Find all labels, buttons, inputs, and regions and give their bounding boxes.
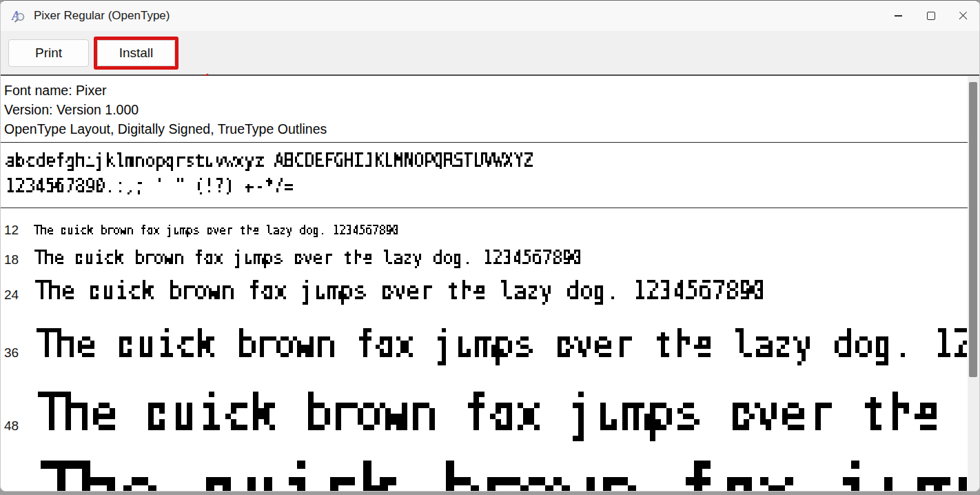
titlebar: A Pixer Regular (OpenType) [1,1,979,31]
close-icon [959,12,968,21]
scrollbar-thumb[interactable] [969,82,977,377]
pixel-preview-canvas [3,174,297,199]
symbols-line [3,174,979,199]
print-button[interactable]: Print [8,39,89,67]
size-sample-row-24: 24 [1,270,979,307]
size-label: 48 [4,418,32,434]
size-label: 36 [4,345,32,361]
pixel-sample-text [32,222,400,239]
pixel-sample-text [32,274,768,307]
pixel-sample-text [32,245,584,270]
toolbar: Print Install [1,31,979,74]
size-sample-row-12: 12 [1,208,979,239]
close-button[interactable] [947,1,979,31]
pixel-sample-text [32,320,967,370]
size-rows: 121824364860 [1,208,979,492]
font-file-icon: A [11,8,26,23]
size-sample-row-48: 48 [1,370,979,447]
font-viewer-window: A Pixer Regular (OpenType) Print Install… [0,0,980,492]
vertical-scrollbar[interactable] [968,76,979,492]
minimize-button[interactable] [882,1,915,31]
pixel-sample-text [32,381,967,447]
alphabet-preview-block [1,143,979,204]
font-details-line: OpenType Layout, Digitally Signed, TrueT… [4,119,979,139]
desktop: { "window": { "title": "Pixer Regular (O… [0,0,980,495]
size-sample-row-18: 18 [1,239,979,270]
minimize-icon [895,15,902,17]
size-label: 18 [4,252,32,267]
font-preview-pane: Font name: Pixer Version: Version 1.000 … [1,76,979,492]
pixel-preview-canvas [3,148,537,173]
install-button[interactable]: Install [97,40,175,66]
pixel-sample-text [32,444,967,492]
alphabet-line [3,148,979,174]
window-title: Pixer Regular (OpenType) [34,9,170,23]
size-label: 12 [4,223,32,238]
size-sample-row-36: 36 [1,307,979,370]
size-label: 24 [4,287,32,303]
font-version-line: Version: Version 1.000 [4,100,979,119]
maximize-button[interactable] [915,1,947,31]
maximize-icon [927,12,935,20]
size-sample-row-60: 60 [1,447,979,492]
window-controls [882,1,979,31]
font-info-block: Font name: Pixer Version: Version 1.000 … [1,76,979,139]
annotation-highlight-box: Install [94,37,178,70]
font-name-line: Font name: Pixer [4,81,979,100]
